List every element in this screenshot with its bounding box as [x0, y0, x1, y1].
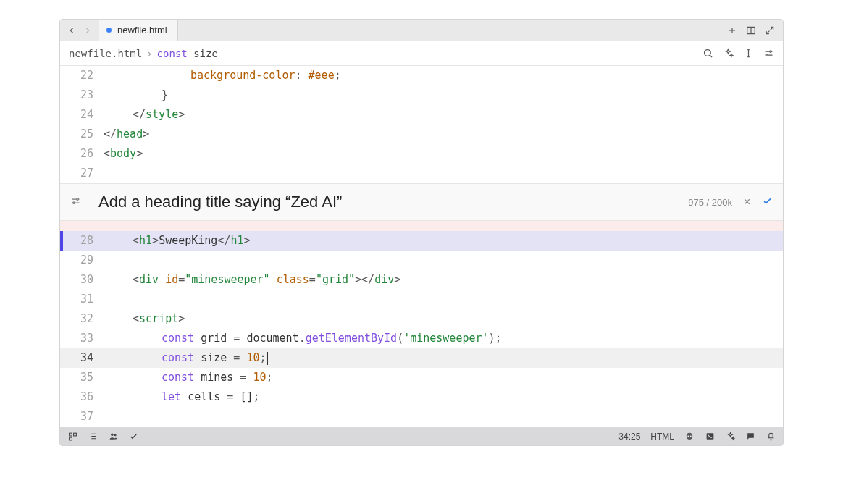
code-line: 37 — [60, 407, 783, 427]
settings-sliders-icon[interactable] — [763, 48, 774, 59]
diff-added-line: 28 <h1>SweepKing</h1> — [60, 231, 783, 251]
assist-token-count: 975 / 200k — [688, 197, 732, 208]
project-panel-icon[interactable] — [67, 432, 77, 442]
assist-accept-icon[interactable] — [762, 196, 773, 209]
code-editor[interactable]: 22 background-color: #eee; 23 } 24 </sty… — [60, 66, 783, 183]
tab-newfile[interactable]: newfile.html — [99, 20, 178, 41]
code-line: 25 </head> — [60, 125, 783, 144]
code-line: 33 const grid = document.getElementById(… — [60, 329, 783, 348]
svg-point-12 — [690, 435, 692, 437]
svg-point-11 — [687, 435, 689, 437]
code-line: 26 <body> — [60, 144, 783, 164]
svg-point-1 — [704, 50, 710, 56]
svg-point-10 — [114, 434, 116, 436]
nav-forward-icon[interactable] — [82, 25, 93, 35]
split-pane-icon[interactable] — [745, 25, 757, 36]
language-mode[interactable]: HTML — [650, 432, 674, 442]
expand-icon[interactable] — [764, 25, 776, 36]
code-line-active: 34 const size = 10; — [60, 348, 783, 368]
breadcrumb-sep: › — [146, 48, 152, 59]
code-editor-diff[interactable]: 28 <h1>SweepKing</h1> 29 30 <div id="min… — [60, 221, 783, 427]
outline-panel-icon[interactable] — [88, 432, 98, 442]
copilot-icon[interactable] — [684, 432, 695, 442]
code-line: 23 } — [60, 85, 783, 105]
code-line: 31 — [60, 290, 783, 309]
code-line: 22 background-color: #eee; — [60, 66, 783, 85]
new-tab-icon[interactable] — [726, 25, 738, 36]
code-line: 35 const mines = 10; — [60, 368, 783, 387]
svg-point-4 — [77, 198, 79, 200]
notifications-icon[interactable] — [766, 432, 776, 442]
svg-rect-7 — [73, 433, 76, 436]
modified-dot-icon — [106, 28, 112, 33]
tab-bar: newfile.html — [60, 20, 783, 41]
breadcrumb-ident[interactable]: size — [193, 48, 218, 59]
svg-rect-13 — [706, 433, 713, 440]
svg-rect-6 — [69, 433, 72, 436]
assist-prompt-text[interactable]: Add a heading title saying “Zed AI” — [98, 193, 688, 211]
svg-point-2 — [769, 51, 771, 53]
svg-point-5 — [73, 201, 75, 203]
status-bar: 34:25 HTML — [60, 427, 783, 445]
breadcrumb-kw[interactable]: const — [157, 48, 188, 59]
diff-deleted-line — [60, 221, 783, 231]
assist-cancel-icon[interactable] — [742, 196, 752, 209]
assist-settings-icon[interactable] — [70, 196, 81, 209]
code-line: 29 — [60, 251, 783, 270]
feedback-icon[interactable] — [745, 432, 755, 442]
inline-assist-bar: Add a heading title saying “Zed AI” 975 … — [60, 183, 783, 221]
diagnostics-ok-icon[interactable] — [128, 432, 138, 442]
code-line: 27 — [60, 164, 783, 183]
text-cursor — [267, 352, 268, 365]
breadcrumb-bar: newfile.html › const size — [60, 41, 783, 66]
svg-rect-8 — [69, 437, 72, 440]
code-line: 36 let cells = []; — [60, 387, 783, 407]
code-line: 30 <div id="minesweeper" class="grid"></… — [60, 270, 783, 290]
ai-panel-icon[interactable] — [725, 432, 735, 442]
code-line: 24 </style> — [60, 105, 783, 125]
svg-point-9 — [111, 434, 113, 436]
nav-back-icon[interactable] — [66, 25, 77, 35]
search-icon[interactable] — [702, 48, 713, 59]
terminal-icon[interactable] — [705, 432, 715, 442]
editor-window: newfile.html newfile.html › const size — [59, 19, 784, 446]
breadcrumb-file[interactable]: newfile.html — [69, 48, 142, 59]
collab-icon[interactable] — [108, 432, 118, 442]
assistant-icon[interactable] — [722, 48, 734, 59]
text-cursor-icon[interactable] — [742, 48, 754, 59]
cursor-position[interactable]: 34:25 — [618, 432, 640, 442]
tab-label: newfile.html — [117, 25, 167, 35]
svg-point-3 — [766, 54, 768, 56]
code-line: 32 <script> — [60, 309, 783, 329]
